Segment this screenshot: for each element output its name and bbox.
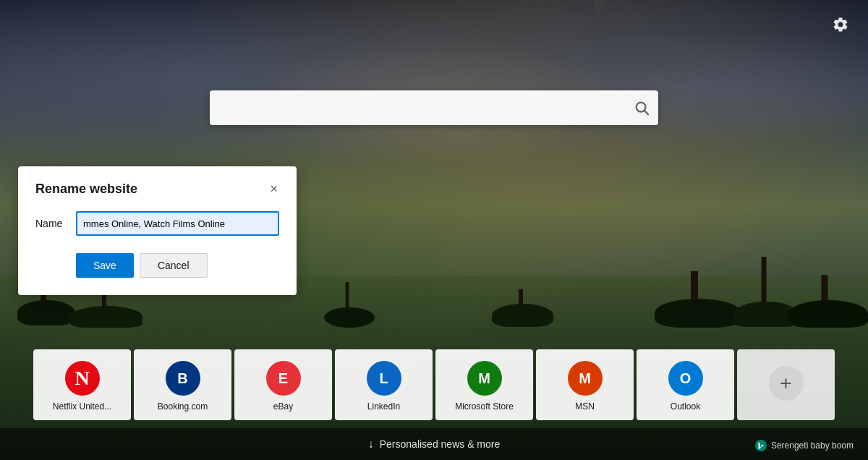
- save-button[interactable]: Save: [76, 253, 134, 278]
- gear-icon: [832, 16, 849, 33]
- search-icon: [634, 100, 650, 116]
- msn-icon: M: [568, 361, 603, 396]
- dialog-field: Name: [35, 211, 279, 236]
- news-label: Personalised news & more: [380, 438, 501, 450]
- ebay-icon: E: [266, 361, 301, 396]
- rename-dialog: Rename website × Name Save Cancel: [18, 166, 297, 295]
- dialog-name-input[interactable]: [76, 211, 279, 236]
- quick-link-booking[interactable]: B Booking.com: [134, 349, 231, 420]
- svg-line-1: [644, 111, 648, 114]
- settings-button[interactable]: [827, 12, 854, 38]
- quick-link-msstore[interactable]: M Microsoft Store: [435, 349, 533, 420]
- quick-link-ebay[interactable]: E eBay: [234, 349, 332, 420]
- bottom-bar: ↓ Personalised news & more: [0, 428, 868, 460]
- netflix-icon: N: [65, 361, 100, 396]
- dialog-close-button[interactable]: ×: [268, 181, 279, 197]
- attribution-text: Serengeti baby boom: [771, 440, 854, 451]
- quick-link-outlook[interactable]: O Outlook: [637, 349, 734, 420]
- bing-logo: [755, 440, 767, 451]
- cancel-button[interactable]: Cancel: [140, 253, 208, 278]
- msstore-label: Microsoft Store: [455, 401, 514, 412]
- quick-link-msn[interactable]: M MSN: [536, 349, 634, 420]
- msn-label: MSN: [575, 401, 595, 412]
- outlook-label: Outlook: [671, 401, 700, 412]
- add-icon: +: [769, 366, 804, 401]
- quick-link-linkedin[interactable]: L LinkedIn: [335, 349, 433, 420]
- add-site-button[interactable]: +: [737, 349, 835, 420]
- quick-links-bar: N Netflix United... B Booking.com E eBay…: [33, 349, 835, 420]
- booking-icon: B: [166, 361, 200, 396]
- personalized-news-button[interactable]: ↓ Personalised news & more: [368, 438, 501, 451]
- arrow-down-icon: ↓: [368, 438, 374, 451]
- dialog-field-label: Name: [35, 218, 64, 229]
- ebay-label: eBay: [273, 401, 293, 412]
- linkedin-label: LinkedIn: [367, 401, 400, 412]
- search-button[interactable]: [634, 100, 650, 116]
- dialog-header: Rename website ×: [35, 181, 279, 197]
- bing-attribution: Serengeti baby boom: [755, 440, 854, 451]
- outlook-icon: O: [668, 361, 703, 396]
- dialog-title: Rename website: [35, 182, 137, 197]
- booking-label: Booking.com: [158, 401, 208, 412]
- quick-link-netflix[interactable]: N Netflix United...: [33, 349, 131, 420]
- msstore-icon: M: [467, 361, 502, 396]
- netflix-label: Netflix United...: [53, 401, 111, 412]
- dialog-actions: Save Cancel: [35, 253, 279, 278]
- linkedin-icon: L: [367, 361, 401, 396]
- search-input[interactable]: [210, 90, 658, 125]
